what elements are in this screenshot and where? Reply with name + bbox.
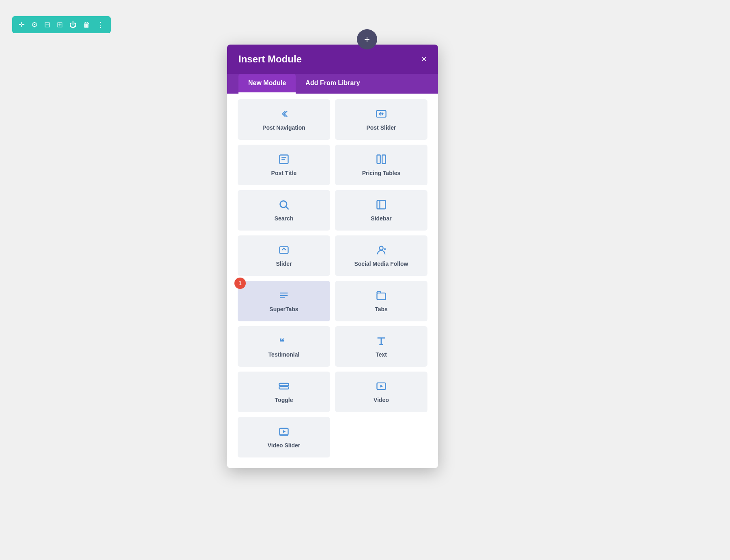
module-video-slider[interactable]: Video Slider <box>238 417 330 457</box>
module-testimonial[interactable]: ❝ Testimonial <box>238 326 330 367</box>
module-tabs[interactable]: Tabs <box>335 281 427 321</box>
svg-rect-5 <box>377 155 380 164</box>
sidebar-icon <box>376 199 387 212</box>
tab-new-module[interactable]: New Module <box>238 74 296 94</box>
module-tabs-label: Tabs <box>375 306 388 312</box>
svg-rect-6 <box>382 155 385 164</box>
video-slider-icon <box>278 426 290 439</box>
tab-add-from-library[interactable]: Add From Library <box>296 74 369 94</box>
search-icon <box>278 199 290 212</box>
trash-icon[interactable]: 🗑 <box>83 21 90 29</box>
post-navigation-icon <box>278 108 290 121</box>
toggle-icon <box>278 380 290 393</box>
module-post-title-label: Post Title <box>271 170 297 176</box>
module-social-media-follow-label: Social Media Follow <box>354 261 408 267</box>
post-slider-icon <box>376 108 387 121</box>
module-pricing-tables-label: Pricing Tables <box>362 170 401 176</box>
layout-icon[interactable]: ⊟ <box>44 20 50 29</box>
module-supertabs[interactable]: 1 SuperTabs <box>238 281 330 321</box>
svg-rect-18 <box>377 293 386 299</box>
module-video[interactable]: Video <box>335 372 427 412</box>
module-sidebar[interactable]: Sidebar <box>335 190 427 231</box>
modal-close-button[interactable]: × <box>421 55 427 64</box>
more-icon[interactable]: ⋮ <box>97 20 104 29</box>
insert-module-modal: Insert Module × New Module Add From Libr… <box>227 45 438 468</box>
svg-rect-24 <box>279 387 288 389</box>
module-text[interactable]: Text <box>335 326 427 367</box>
tabs-icon <box>376 290 387 303</box>
social-media-follow-icon <box>376 244 387 257</box>
text-icon <box>376 335 387 348</box>
module-slider[interactable]: Slider <box>238 235 330 276</box>
add-module-button[interactable]: + <box>357 29 377 49</box>
module-social-media-follow[interactable]: Social Media Follow <box>335 235 427 276</box>
svg-point-7 <box>280 201 287 207</box>
modal-header: Insert Module × <box>227 45 438 74</box>
pricing-tables-icon <box>376 154 387 167</box>
modal-tabs: New Module Add From Library <box>227 74 438 94</box>
module-post-navigation[interactable]: Post Navigation <box>238 99 330 140</box>
settings-icon[interactable]: ⚙ <box>31 20 38 29</box>
svg-marker-28 <box>283 430 286 433</box>
module-post-slider-label: Post Slider <box>366 124 396 131</box>
power-icon[interactable]: ⏻ <box>69 21 77 29</box>
module-text-label: Text <box>376 351 387 358</box>
svg-text:❝: ❝ <box>279 336 285 346</box>
module-pricing-tables[interactable]: Pricing Tables <box>335 145 427 185</box>
module-search[interactable]: Search <box>238 190 330 231</box>
svg-marker-26 <box>380 385 383 388</box>
modal-title: Insert Module <box>238 53 302 65</box>
module-search-label: Search <box>275 215 294 222</box>
module-post-title[interactable]: Post Title <box>238 145 330 185</box>
module-grid: Post Navigation Post Slider Post Title <box>227 94 438 468</box>
module-sidebar-label: Sidebar <box>371 215 391 222</box>
svg-line-8 <box>286 207 288 209</box>
supertabs-badge: 1 <box>234 278 246 289</box>
video-icon <box>376 380 387 393</box>
module-slider-label: Slider <box>276 261 292 267</box>
move-icon[interactable]: ✛ <box>19 20 25 29</box>
testimonial-icon: ❝ <box>278 335 290 348</box>
module-grid-wrapper: Post Navigation Post Slider Post Title <box>227 94 438 468</box>
svg-rect-9 <box>377 201 386 209</box>
supertabs-icon <box>278 290 290 303</box>
svg-point-12 <box>379 246 383 250</box>
module-testimonial-label: Testimonial <box>268 351 300 358</box>
module-toggle[interactable]: Toggle <box>238 372 330 412</box>
columns-icon[interactable]: ⊞ <box>57 20 63 29</box>
svg-rect-23 <box>279 383 288 386</box>
module-post-navigation-label: Post Navigation <box>262 124 305 131</box>
slider-icon <box>278 244 290 257</box>
toolbar: ✛ ⚙ ⊟ ⊞ ⏻ 🗑 ⋮ <box>12 16 111 33</box>
module-video-label: Video <box>374 397 389 403</box>
post-title-icon <box>278 154 290 167</box>
module-supertabs-label: SuperTabs <box>269 306 298 312</box>
module-post-slider[interactable]: Post Slider <box>335 99 427 140</box>
module-toggle-label: Toggle <box>275 397 293 403</box>
module-video-slider-label: Video Slider <box>268 442 301 449</box>
